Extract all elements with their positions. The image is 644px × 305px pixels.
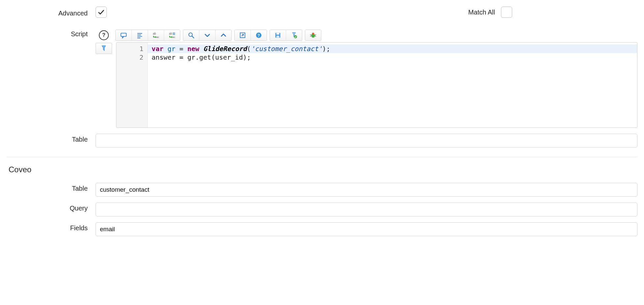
coveo-fields-input[interactable] [96, 222, 637, 236]
help-icon: ? [255, 32, 262, 39]
replace-button[interactable]: abac [148, 30, 164, 41]
search-button[interactable] [183, 30, 199, 41]
svg-text:ab: ab [153, 32, 156, 35]
match-all-checkbox[interactable] [501, 7, 512, 18]
svg-line-15 [192, 36, 194, 38]
code-line: var gr = new GlideRecord('customer_conta… [152, 44, 633, 53]
record-form: Advanced Match All Script ? [0, 0, 644, 255]
svg-rect-20 [276, 33, 279, 35]
debug-button[interactable] [305, 30, 321, 41]
line-number: 2 [116, 53, 143, 62]
editor-gutter: 1 2 [116, 42, 148, 127]
popout-icon [239, 32, 246, 39]
save-button[interactable] [270, 30, 286, 41]
coveo-section-title: Coveo [7, 165, 637, 174]
coveo-table-input[interactable] [96, 183, 637, 197]
format-button[interactable] [132, 30, 148, 41]
table-row: Table [7, 134, 637, 148]
advanced-checkbox[interactable] [96, 7, 107, 18]
toggle-comment-button[interactable] [116, 30, 132, 41]
editor-code-area[interactable]: var gr = new GlideRecord('customer_conta… [148, 42, 637, 127]
svg-text:ac: ac [157, 36, 159, 39]
coveo-table-label: Table [7, 183, 96, 192]
replace-icon: abac [152, 32, 160, 39]
coveo-fields-row: Fields [7, 222, 637, 236]
search-prev-button[interactable] [215, 30, 231, 41]
format-code-icon [100, 45, 107, 52]
coveo-query-input[interactable] [96, 203, 637, 216]
svg-point-24 [312, 33, 314, 35]
replace-all-button[interactable]: abac [164, 30, 180, 41]
script-row: Script ? [7, 30, 637, 128]
save-check-icon [290, 32, 298, 39]
caret-down-icon [204, 32, 211, 39]
svg-line-27 [315, 35, 316, 35]
table-label: Table [7, 134, 96, 143]
format-code-button[interactable] [96, 43, 112, 54]
script-toolbar: abac abac [115, 30, 637, 41]
script-label: Script [7, 30, 96, 38]
coveo-table-row: Table [7, 183, 637, 197]
table-input[interactable] [96, 134, 637, 148]
advanced-label: Advanced [7, 8, 96, 17]
script-help-icon[interactable]: ? [99, 30, 109, 40]
search-next-button[interactable] [199, 30, 215, 41]
coveo-query-row: Query [7, 203, 637, 216]
caret-up-icon [220, 32, 227, 39]
comment-icon [120, 32, 127, 39]
check-icon [98, 9, 105, 16]
search-icon [188, 32, 195, 39]
svg-line-28 [315, 36, 316, 37]
coveo-fields-label: Fields [7, 222, 96, 232]
coveo-section: Coveo Table Query Fields [7, 157, 637, 236]
advanced-row: Advanced Match All [7, 7, 637, 18]
script-editor[interactable]: 1 2 var gr = new GlideRecord('customer_c… [116, 42, 637, 128]
align-left-icon [136, 32, 143, 39]
line-number: 1 [116, 44, 143, 53]
code-line: answer = gr.get(user_id); [152, 53, 633, 62]
editor-help-button[interactable]: ? [250, 30, 267, 41]
svg-text:ab: ab [169, 32, 172, 35]
svg-line-25 [310, 35, 311, 35]
svg-text:ac: ac [173, 36, 175, 39]
svg-text:?: ? [257, 33, 260, 38]
svg-rect-21 [276, 36, 279, 38]
svg-line-26 [310, 36, 311, 37]
coveo-query-label: Query [7, 203, 96, 212]
replace-all-icon: abac [168, 32, 176, 39]
debug-icon [309, 32, 317, 39]
syntax-check-button[interactable] [286, 30, 302, 41]
svg-rect-0 [121, 33, 127, 37]
match-all-label: Match All [468, 9, 495, 16]
fullscreen-button[interactable] [235, 30, 250, 41]
save-icon [274, 32, 281, 39]
